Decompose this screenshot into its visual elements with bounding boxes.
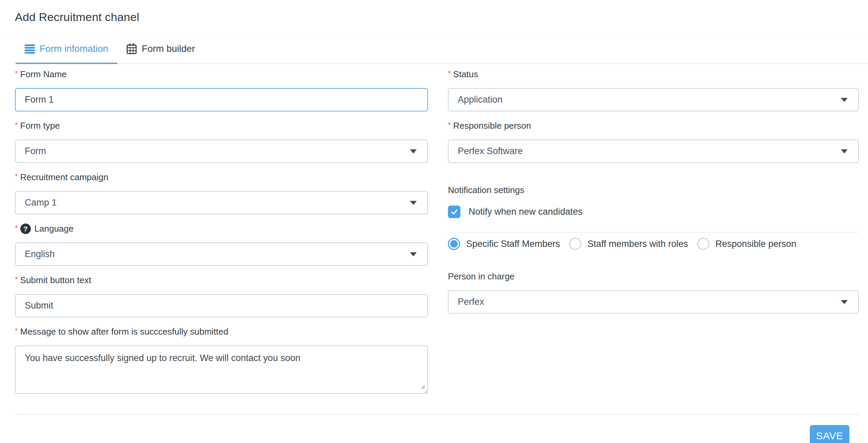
form-name-field: * Form Name xyxy=(15,69,428,111)
form-information-panel: * Form Name * Form type Form * Recru xyxy=(0,64,868,403)
caret-down-icon xyxy=(841,149,848,153)
calendar-icon xyxy=(126,43,137,54)
page-footer: SAVE xyxy=(0,414,868,443)
success-message-wrap: You have successfully signed up to recru… xyxy=(15,345,428,394)
form-name-label: * Form Name xyxy=(15,69,428,80)
radio-responsible-person[interactable]: Responsible person xyxy=(697,238,797,250)
person-in-charge-select[interactable]: Perfex xyxy=(448,290,859,314)
save-button[interactable]: SAVE xyxy=(810,425,849,443)
radio-staff-members-with-roles[interactable]: Staff members with roles xyxy=(569,238,688,250)
person-in-charge-label: Person in charge xyxy=(448,271,859,282)
tab-bar: Form infomation Form builder xyxy=(16,35,868,64)
required-asterisk: * xyxy=(15,171,18,182)
form-right-column: * Status Application * Responsible perso… xyxy=(448,69,859,403)
tab-label: Form infomation xyxy=(40,43,108,54)
caret-down-icon xyxy=(841,98,848,102)
responsible-person-field: * Responsible person Perfex Software xyxy=(448,120,859,163)
recruitment-campaign-select[interactable]: Camp 1 xyxy=(15,191,428,214)
required-asterisk: * xyxy=(15,325,18,336)
form-name-input[interactable] xyxy=(15,88,428,111)
status-label: * Status xyxy=(448,69,859,80)
success-message-textarea[interactable]: You have successfully signed up to recru… xyxy=(15,345,428,394)
select-value: Perfex xyxy=(458,297,484,307)
required-asterisk: * xyxy=(448,68,451,79)
required-asterisk: * xyxy=(15,119,18,130)
recruitment-campaign-field: * Recruitment campaign Camp 1 xyxy=(15,172,428,214)
radio-specific-staff-members[interactable]: Specific Staff Members xyxy=(448,238,560,250)
form-type-field: * Form type Form xyxy=(15,120,428,163)
language-select[interactable]: English xyxy=(15,242,428,266)
caret-down-icon xyxy=(841,300,848,304)
add-recruitment-channel-page: Add Recruitment chanel Form infomation xyxy=(0,0,868,443)
responsible-person-select[interactable]: Perfex Software xyxy=(448,140,859,163)
notification-recipient-radios: Specific Staff Members Staff members wit… xyxy=(448,238,859,250)
tab-form-information[interactable]: Form infomation xyxy=(16,35,117,64)
status-select[interactable]: Application xyxy=(448,88,859,111)
list-icon xyxy=(25,44,35,54)
required-asterisk: * xyxy=(448,119,451,130)
select-value: Application xyxy=(458,94,502,105)
caret-down-icon xyxy=(410,201,417,205)
language-label: * ? Language xyxy=(15,223,428,234)
caret-down-icon xyxy=(410,149,417,153)
required-asterisk: * xyxy=(15,68,18,79)
submit-button-text-field: * Submit button text xyxy=(15,275,428,317)
notify-checkbox-label: Notify when new candidates xyxy=(469,207,582,217)
language-field: * ? Language English xyxy=(15,223,428,266)
form-type-label: * Form type xyxy=(15,120,428,131)
submit-button-text-input[interactable] xyxy=(15,294,428,317)
select-value: English xyxy=(25,249,55,259)
status-field: * Status Application xyxy=(448,69,859,111)
select-value: Perfex Software xyxy=(458,146,523,156)
page-title: Add Recruitment chanel xyxy=(15,10,139,24)
divider xyxy=(448,232,859,233)
notify-checkbox-row[interactable]: Notify when new candidates xyxy=(448,206,859,218)
success-message-field: * Message to show after form is succcesf… xyxy=(15,326,428,394)
question-circle-icon: ? xyxy=(20,224,31,234)
required-asterisk: * xyxy=(15,222,18,233)
tab-label: Form builder xyxy=(142,43,195,54)
resize-handle-icon[interactable] xyxy=(419,383,426,391)
select-value: Camp 1 xyxy=(25,197,57,208)
responsible-person-label: * Responsible person xyxy=(448,120,859,131)
page-header: Add Recruitment chanel xyxy=(0,0,868,35)
person-in-charge-field: Person in charge Perfex xyxy=(448,271,859,314)
select-value: Form xyxy=(25,146,46,156)
caret-down-icon xyxy=(410,252,417,256)
tab-form-builder[interactable]: Form builder xyxy=(117,35,204,64)
recruitment-campaign-label: * Recruitment campaign xyxy=(15,172,428,183)
success-message-label: * Message to show after form is succcesf… xyxy=(15,326,428,337)
submit-button-text-label: * Submit button text xyxy=(15,275,428,286)
radio-unselected-icon[interactable] xyxy=(697,238,709,250)
radio-unselected-icon[interactable] xyxy=(569,238,581,250)
divider xyxy=(16,414,859,415)
radio-selected-icon[interactable] xyxy=(448,238,460,250)
form-left-column: * Form Name * Form type Form * Recru xyxy=(15,69,428,403)
notification-settings-heading: Notification settings xyxy=(448,185,859,196)
form-type-select[interactable]: Form xyxy=(15,140,428,163)
checkbox-checked-icon[interactable] xyxy=(448,206,460,218)
required-asterisk: * xyxy=(15,274,18,285)
